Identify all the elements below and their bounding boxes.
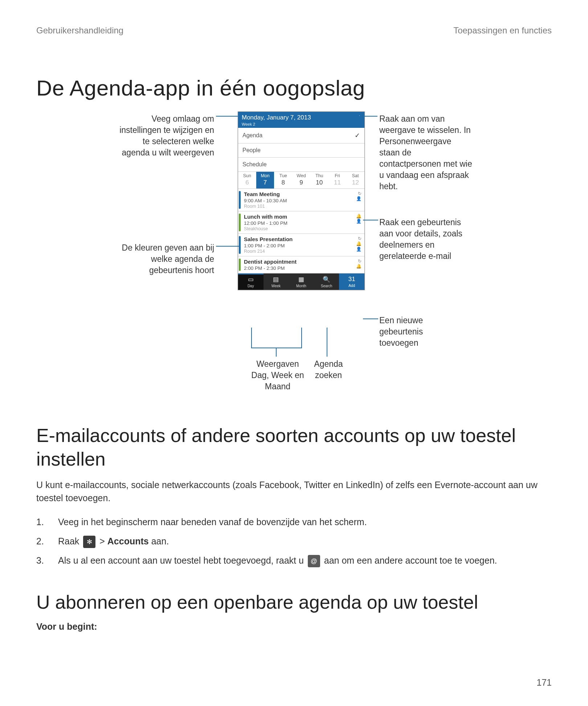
callout-search: Agenda zoeken: [309, 358, 348, 381]
step-number: 1.: [36, 514, 58, 530]
day-abbrev: Tue: [279, 173, 287, 178]
tab-month[interactable]: ▦Month: [289, 273, 314, 290]
header-left: Gebruikershandleiding: [36, 25, 123, 36]
header-right: Toepassingen en functies: [453, 25, 552, 36]
callout-event-details: Raak een gebeurtenis aan voor details, z…: [379, 217, 466, 262]
day-cell[interactable]: Tue8: [274, 172, 292, 188]
view-label: Agenda: [242, 132, 262, 139]
step-3: 3. Als u al een account aan uw toestel h…: [36, 552, 552, 569]
search-icon: 🔍: [314, 276, 339, 283]
event-title: Lunch with mom: [244, 214, 362, 220]
event-time: 1:00 PM - 2:00 PM: [244, 243, 362, 248]
phone-title-bar[interactable]: Monday, January 7, 2013 Week 2 ˄: [238, 112, 364, 128]
event-indicator-icons: ↻🔔: [356, 259, 362, 269]
lead-line: [363, 220, 378, 220]
lead-line: [216, 246, 240, 247]
event-row[interactable]: Dentist appointment2:00 PM - 2:30 PM↻🔔: [238, 256, 364, 273]
event-row[interactable]: Team Meeting9:00 AM - 10:30 AMRoom 101↻👤: [238, 189, 364, 211]
step-text: Als u al een account aan uw toestel hebt…: [58, 552, 552, 569]
step-1: 1. Veeg in het beginscherm naar beneden …: [36, 514, 552, 530]
event-indicator-icons: ↻👤: [356, 191, 362, 202]
view-option-agenda[interactable]: Agenda ✓: [238, 128, 364, 143]
checkmark-icon: ✓: [355, 131, 360, 139]
day-cell[interactable]: Wed9: [292, 172, 310, 188]
event-indicator-icons: ↻🔔👤: [356, 236, 362, 252]
event-time: 12:00 PM - 1:00 PM: [244, 220, 362, 226]
month-icon: ▦: [289, 276, 314, 283]
heading-2a: E-mailaccounts of andere soorten account…: [36, 424, 552, 471]
day-cell[interactable]: Sun6: [238, 172, 256, 188]
day-number: 7: [256, 179, 274, 186]
day-number: 11: [328, 179, 347, 186]
calendar-color-bar: [239, 259, 241, 271]
event-time: 9:00 AM - 10:30 AM: [244, 198, 362, 203]
view-option-schedule[interactable]: Schedule: [238, 158, 364, 172]
day-abbrev: Sun: [243, 173, 251, 178]
tab-search[interactable]: 🔍Search: [314, 273, 339, 290]
day-abbrev: Thu: [315, 173, 323, 178]
lead-line: [251, 348, 302, 348]
step-text: Veeg in het beginscherm naar beneden van…: [58, 514, 552, 530]
heading-1: De Agenda-app in één oogopslag: [36, 76, 552, 101]
day-cell[interactable]: Mon7: [256, 172, 274, 188]
week-icon: ▤: [264, 276, 289, 283]
text-frag: >: [99, 536, 107, 546]
day-cell[interactable]: Fri11: [328, 172, 347, 188]
step-2: 2. Raak ✻ > Accounts aan.: [36, 533, 552, 549]
day-number: 10: [310, 179, 328, 186]
phone-week: Week 2: [242, 122, 361, 126]
lead-line: [301, 328, 302, 348]
view-option-people[interactable]: People: [238, 143, 364, 158]
agenda-overview-figure: Monday, January 7, 2013 Week 2 ˄ Agenda …: [113, 111, 475, 402]
page-number: 171: [536, 677, 552, 688]
day-abbrev: Wed: [297, 173, 306, 178]
event-time: 2:00 PM - 2:30 PM: [244, 265, 362, 271]
event-row[interactable]: Sales Presentation1:00 PM - 2:00 PMRoom …: [238, 234, 364, 256]
tab-label: Day: [248, 284, 254, 288]
phone-date: Monday, January 7, 2013: [242, 114, 311, 121]
event-title: Team Meeting: [244, 191, 362, 197]
add-icon: 31: [339, 276, 364, 283]
tab-label: Month: [296, 284, 306, 288]
callout-switch-view: Raak aan om van weergave te wisselen. In…: [379, 113, 474, 192]
tab-add[interactable]: 31Add: [339, 273, 364, 290]
before-you-begin: Voor u begint:: [36, 621, 552, 632]
week-bar: Sun6Mon7Tue8Wed9Thu10Fri11Sat12: [238, 172, 364, 189]
event-title: Dentist appointment: [244, 259, 362, 265]
event-row[interactable]: Lunch with mom12:00 PM - 1:00 PMSteakhou…: [238, 211, 364, 234]
tab-label: Search: [321, 284, 332, 288]
lead-line: [216, 116, 238, 117]
phone-mock: Monday, January 7, 2013 Week 2 ˄ Agenda …: [238, 111, 365, 290]
tab-bar: ▭Day▤Week▦Month🔍Search31Add: [238, 273, 364, 290]
step-number: 2.: [36, 533, 58, 549]
day-abbrev: Mon: [261, 173, 269, 178]
lead-line: [327, 328, 327, 357]
intro-paragraph: U kunt e-mailaccounts, sociale netwerkac…: [36, 478, 552, 505]
lead-line: [276, 348, 277, 357]
tab-day[interactable]: ▭Day: [238, 273, 264, 290]
steps-list: 1. Veeg in het beginscherm naar beneden …: [36, 514, 552, 569]
settings-gear-icon: ✻: [83, 536, 95, 548]
view-label: Schedule: [242, 161, 267, 168]
day-number: 6: [238, 179, 256, 186]
text-frag: aan om een andere account toe te voegen.: [324, 555, 497, 565]
view-label: People: [242, 147, 261, 154]
lead-line: [359, 116, 377, 117]
day-abbrev: Fri: [335, 173, 340, 178]
day-cell[interactable]: Thu10: [310, 172, 328, 188]
day-cell[interactable]: Sat12: [346, 172, 364, 188]
callout-add-event: Een nieuwe gebeurtenis toevoegen: [379, 315, 452, 349]
event-location: Room 101: [244, 204, 362, 209]
lead-line: [251, 328, 252, 348]
day-number: 8: [274, 179, 292, 186]
tab-label: Add: [348, 284, 355, 288]
tab-week[interactable]: ▤Week: [264, 273, 289, 290]
tab-label: Week: [271, 284, 281, 288]
accounts-label: Accounts: [107, 536, 149, 546]
day-number: 9: [292, 179, 310, 186]
event-indicator-icons: 🔔👤: [356, 214, 362, 224]
step-text: Raak ✻ > Accounts aan.: [58, 533, 552, 549]
text-frag: aan.: [151, 536, 169, 546]
calendar-color-bar: [239, 214, 241, 231]
add-account-at-icon: @: [308, 555, 320, 567]
